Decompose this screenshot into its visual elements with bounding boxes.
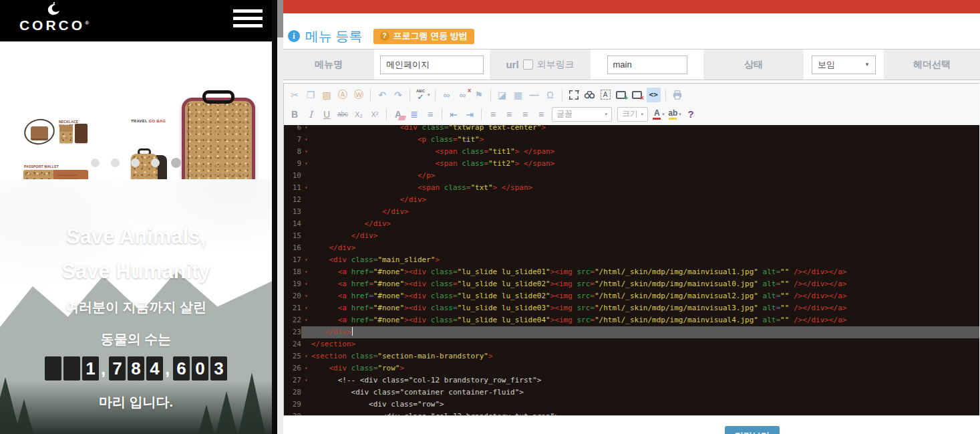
code-line-10[interactable]: 10 </p> <box>284 170 979 182</box>
bulleted-list-button[interactable]: ≡ <box>424 106 437 122</box>
text-color-button[interactable]: A▾ <box>652 106 665 122</box>
slider-dot[interactable] <box>131 158 140 167</box>
code-line-23[interactable]: 23 </div> <box>284 326 979 338</box>
align-center-button[interactable]: ≡ <box>502 106 516 122</box>
outdent-button[interactable]: ⇤ <box>447 106 460 122</box>
fold-arrow-icon[interactable]: ▾ <box>301 314 311 326</box>
subscript-button[interactable]: X₂ <box>352 106 365 122</box>
code-line-20[interactable]: 20▾ <a href="#none"><div class="lu_slide… <box>284 290 979 302</box>
scrollbar-thumb[interactable] <box>277 0 283 37</box>
code-line-25[interactable]: 25▾<section class="section-main-brandsto… <box>284 350 979 362</box>
source-button[interactable]: <> <box>647 88 661 102</box>
image-button[interactable]: ◪ <box>496 87 509 103</box>
bg-color-button[interactable]: ab▾ <box>668 106 681 122</box>
code-line-24[interactable]: 24</section> <box>284 338 979 350</box>
cut-button[interactable]: ✂ <box>288 87 301 103</box>
font-combo-button[interactable]: 글꼴▾ <box>552 107 612 122</box>
status-select[interactable]: 보임 ▼ <box>812 56 876 74</box>
paste-word-button[interactable]: Ⓦ <box>352 87 365 103</box>
link-button[interactable]: ∞ <box>440 87 454 103</box>
code-line-17[interactable]: 17▾ <div class="main_slider"> <box>284 254 979 266</box>
numbered-list-button[interactable]: ≣ <box>407 106 421 122</box>
code-line-11[interactable]: 11▾ <span class="txt"> </span> <box>284 182 979 194</box>
wallet-cork-image[interactable] <box>59 125 73 143</box>
external-link-checkbox[interactable] <box>523 60 533 70</box>
align-justify-button[interactable]: ≡ <box>534 106 548 122</box>
code-line-13[interactable]: 13 </div> <box>284 206 979 218</box>
tag-remove-button[interactable]: × <box>631 87 644 103</box>
code-line-22[interactable]: 22▾ <a href="#none"><div class="lu_slide… <box>284 314 979 326</box>
code-line-30[interactable]: 30 <div class="col-12 brandstory_txt_are… <box>284 411 979 415</box>
code-line-19[interactable]: 19▾ <a href="#none"><div class="lu_slide… <box>284 278 979 290</box>
code-line-14[interactable]: 14 </div> <box>284 218 979 230</box>
code-line-26[interactable]: 26▾ <div class="row"> <box>284 362 979 374</box>
source-code-area[interactable]: 6▾ <div class="txtwrap text-center">7▾ <… <box>284 125 979 415</box>
align-left-button[interactable]: ≡ <box>486 106 500 122</box>
undo-button[interactable]: ↶ <box>375 87 389 103</box>
code-line-21[interactable]: 21▾ <a href="#none"><div class="lu_slide… <box>284 302 979 314</box>
special-char-button[interactable]: Ω <box>544 87 557 103</box>
code-line-6[interactable]: 6▾ <div class="txtwrap text-center"> <box>284 125 979 134</box>
find-replace-button[interactable] <box>583 87 597 103</box>
paste-text-button[interactable]: Ⓐ <box>336 87 349 103</box>
wallet-brown-image[interactable] <box>75 124 88 143</box>
slider-dot[interactable] <box>171 158 181 168</box>
unlink-button[interactable]: ∞ <box>456 87 470 103</box>
slider-dot[interactable] <box>91 158 100 167</box>
preview-confirm-button[interactable]: 미리보기 <box>725 426 780 434</box>
corco-logo[interactable]: CORCO® <box>15 2 94 32</box>
code-line-15[interactable]: 15 </div> <box>284 230 979 242</box>
bold-button[interactable]: B <box>288 106 301 122</box>
anchor-button[interactable]: ⚑ <box>472 87 486 103</box>
code-line-16[interactable]: 16 </div> <box>284 242 979 254</box>
program-link-help-button[interactable]: ? 프로그램 연동 방법 <box>373 29 474 44</box>
code-line-7[interactable]: 7▾ <p class="tit"> <box>284 134 979 146</box>
fold-arrow-icon[interactable]: ▾ <box>301 278 311 290</box>
hamburger-menu-icon[interactable] <box>233 9 263 32</box>
fold-arrow-icon[interactable]: ▾ <box>301 362 311 374</box>
code-line-9[interactable]: 9▾ <span class="tit2"> </span> <box>284 158 979 170</box>
large-backpack-image[interactable] <box>182 98 255 179</box>
code-line-12[interactable]: 12 </div> <box>284 194 979 206</box>
copy-button[interactable]: ❐ <box>304 87 317 103</box>
tag-add-button[interactable]: + <box>615 87 628 103</box>
fold-arrow-icon[interactable]: ▾ <box>301 146 311 158</box>
slider-dot[interactable] <box>151 158 160 167</box>
slider-dot[interactable] <box>111 158 120 167</box>
fold-arrow-icon[interactable]: ▾ <box>301 254 311 266</box>
about-button[interactable]: ? <box>684 106 697 122</box>
print-button[interactable] <box>671 87 684 103</box>
strikethrough-button[interactable]: abc <box>336 106 349 122</box>
spell-check-button[interactable]: ABC✓▾ <box>415 87 430 103</box>
underline-button[interactable]: U <box>320 106 333 122</box>
redo-button[interactable]: ↷ <box>391 87 405 103</box>
superscript-button[interactable]: X² <box>368 106 381 122</box>
code-line-29[interactable]: 29 <div class="row"> <box>284 399 979 411</box>
fold-arrow-icon[interactable]: ▾ <box>301 134 311 146</box>
fold-arrow-icon[interactable]: ▾ <box>301 266 311 278</box>
remove-format-button[interactable]: A <box>391 106 405 122</box>
paste-button[interactable]: ▤ <box>320 87 333 103</box>
code-line-8[interactable]: 8▾ <span class="tit1"> </span> <box>284 146 979 158</box>
code-line-18[interactable]: 18▾ <a href="#none"><div class="lu_slide… <box>284 266 979 278</box>
fold-arrow-icon[interactable]: ▾ <box>301 290 311 302</box>
menu-name-input[interactable] <box>380 56 484 74</box>
code-line-27[interactable]: 27▾ <!-- <div class="col-12 brandstory_r… <box>284 374 979 387</box>
fold-arrow-icon[interactable]: ▾ <box>301 125 311 134</box>
passport-wallet-image[interactable] <box>23 170 88 179</box>
italic-button[interactable]: I <box>304 106 317 122</box>
fold-arrow-icon[interactable]: ▾ <box>301 302 311 314</box>
select-all-button[interactable]: A <box>601 90 611 100</box>
maximize-button[interactable] <box>567 87 581 103</box>
fold-arrow-icon[interactable]: ▾ <box>301 158 311 170</box>
indent-button[interactable]: ⇥ <box>463 106 476 122</box>
size-combo-button[interactable]: 크기▾ <box>617 107 648 122</box>
code-line-28[interactable]: 28 <div class="container container-fluid… <box>284 387 979 399</box>
align-right-button[interactable]: ≡ <box>518 106 532 122</box>
fold-arrow-icon[interactable]: ▾ <box>301 350 311 362</box>
vertical-scrollbar[interactable] <box>277 0 283 434</box>
table-button[interactable]: ▦ <box>512 87 525 103</box>
horizontal-line-button[interactable]: ― <box>528 87 541 103</box>
fold-arrow-icon[interactable]: ▾ <box>301 182 311 194</box>
fold-arrow-icon[interactable]: ▾ <box>301 374 311 387</box>
